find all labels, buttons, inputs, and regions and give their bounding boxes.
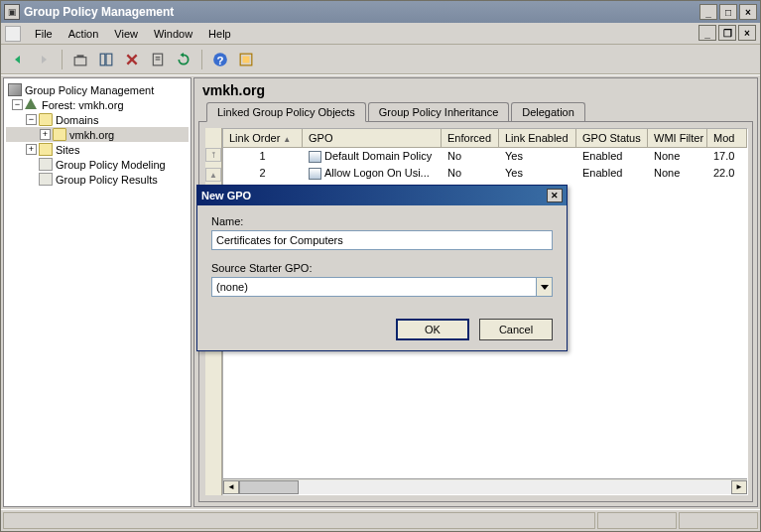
svg-rect-0 — [74, 57, 86, 65]
svg-rect-1 — [77, 55, 84, 57]
cell-status: Enabled — [576, 165, 648, 182]
toolbar-separator — [201, 50, 202, 69]
sort-asc-icon: ▲ — [283, 135, 291, 144]
status-bar — [1, 509, 760, 531]
menu-help[interactable]: Help — [200, 26, 239, 42]
horizontal-scrollbar[interactable]: ◄ ► — [223, 478, 747, 494]
menubar: File Action View Window Help _ ❐ × — [1, 23, 760, 45]
tab-linked-gpo[interactable]: Linked Group Policy Objects — [206, 102, 366, 122]
move-up-button[interactable]: ▲ — [205, 168, 221, 182]
expand-icon[interactable]: + — [26, 144, 37, 155]
mdi-icon — [5, 26, 21, 42]
col-link-enabled[interactable]: Link Enabled — [499, 129, 576, 148]
tree-root[interactable]: Group Policy Management — [6, 82, 189, 97]
svg-rect-2 — [100, 54, 105, 66]
forward-button[interactable] — [33, 49, 55, 70]
scroll-left-button[interactable]: ◄ — [223, 480, 239, 494]
col-link-order[interactable]: Link Order▲ — [223, 129, 303, 148]
table-row[interactable]: 1 Default Domain Policy No Yes Enabled N… — [223, 148, 747, 165]
col-wmi-filter[interactable]: WMI Filter — [648, 129, 707, 148]
close-button[interactable]: × — [739, 4, 757, 20]
cell-status: Enabled — [576, 148, 648, 165]
tree-modeling-label: Group Policy Modeling — [56, 159, 166, 171]
svg-rect-3 — [106, 54, 112, 66]
scroll-right-button[interactable]: ► — [731, 480, 747, 494]
tab-delegation[interactable]: Delegation — [511, 102, 585, 122]
domain-icon — [53, 128, 66, 141]
collapse-icon[interactable]: − — [12, 99, 23, 110]
minimize-button[interactable]: _ — [699, 4, 717, 20]
collapse-icon[interactable]: − — [26, 114, 37, 125]
gpm-icon — [8, 83, 22, 96]
menu-view[interactable]: View — [106, 26, 146, 42]
name-label: Name: — [211, 215, 553, 227]
col-gpo-status[interactable]: GPO Status — [576, 129, 648, 148]
results-icon — [39, 173, 53, 186]
menu-file[interactable]: File — [27, 26, 61, 42]
tree-domains-label: Domains — [56, 114, 98, 126]
col-enforced[interactable]: Enforced — [442, 129, 499, 148]
table-row[interactable]: 2 Allow Logon On Usi... No Yes Enabled N… — [223, 165, 747, 182]
ok-button[interactable]: OK — [396, 319, 469, 340]
menu-window[interactable]: Window — [146, 26, 200, 42]
options-button[interactable] — [235, 49, 257, 70]
sites-icon — [39, 143, 53, 156]
cell-wmi: None — [648, 165, 707, 182]
col-gpo[interactable]: GPO — [303, 129, 442, 148]
cell-enforced: No — [442, 165, 499, 182]
dialog-titlebar: New GPO ✕ — [197, 186, 567, 205]
menu-action[interactable]: Action — [61, 26, 107, 42]
cancel-button[interactable]: Cancel — [479, 319, 553, 340]
status-pane-2 — [679, 512, 758, 529]
delete-button[interactable] — [121, 49, 143, 70]
status-pane-1 — [597, 512, 677, 529]
mdi-close-button[interactable]: × — [738, 25, 756, 41]
refresh-button[interactable] — [173, 49, 194, 70]
toolbar-separator — [62, 50, 63, 69]
cell-mod: 22.0 — [707, 165, 747, 182]
app-icon: ▣ — [4, 4, 20, 20]
tab-inheritance[interactable]: Group Policy Inheritance — [368, 102, 509, 122]
mdi-minimize-button[interactable]: _ — [698, 25, 716, 41]
dropdown-button[interactable] — [536, 278, 552, 296]
modeling-icon — [39, 158, 53, 171]
svg-rect-10 — [243, 56, 250, 63]
tree-domain-label: vmkh.org — [69, 129, 114, 141]
toolbar: ? — [1, 45, 760, 74]
grid-header: Link Order▲ GPO Enforced Link Enabled GP… — [223, 129, 747, 148]
back-button[interactable] — [7, 49, 29, 70]
tree-modeling[interactable]: Group Policy Modeling — [6, 157, 189, 172]
svg-text:?: ? — [217, 54, 224, 66]
cell-wmi: None — [648, 148, 707, 165]
expand-icon[interactable]: + — [40, 129, 51, 140]
properties-button[interactable] — [147, 49, 169, 70]
cell-order: 2 — [223, 165, 303, 182]
up-button[interactable] — [69, 49, 91, 70]
new-gpo-dialog: New GPO ✕ Name: Source Starter GPO: (non… — [196, 185, 568, 351]
tree-root-label: Group Policy Management — [25, 84, 154, 96]
show-hide-tree-button[interactable] — [95, 49, 117, 70]
scroll-track[interactable] — [239, 480, 731, 494]
cell-gpo: Allow Logon On Usi... — [303, 165, 442, 182]
page-title: vmkh.org — [202, 82, 749, 98]
name-input[interactable] — [211, 230, 553, 250]
starter-gpo-combo[interactable]: (none) — [211, 277, 553, 297]
tree-domain-vmkh[interactable]: + vmkh.org — [6, 127, 189, 142]
tree-forest[interactable]: − Forest: vmkh.org — [6, 97, 189, 112]
status-pane-main — [3, 512, 595, 529]
tree-results[interactable]: Group Policy Results — [6, 172, 189, 187]
cell-mod: 17.0 — [707, 148, 747, 165]
scroll-thumb[interactable] — [239, 480, 299, 494]
cell-enforced: No — [442, 148, 499, 165]
gpo-link-icon — [309, 151, 321, 163]
move-top-button[interactable]: ⤒ — [205, 148, 221, 162]
help-button[interactable]: ? — [209, 49, 231, 70]
tree-sites[interactable]: + Sites — [6, 142, 189, 157]
col-modified[interactable]: Mod — [707, 129, 747, 148]
maximize-button[interactable]: □ — [719, 4, 737, 20]
folder-icon — [39, 113, 53, 126]
tree-panel[interactable]: Group Policy Management − Forest: vmkh.o… — [3, 77, 191, 507]
dialog-close-button[interactable]: ✕ — [547, 189, 563, 202]
mdi-restore-button[interactable]: ❐ — [718, 25, 736, 41]
tree-domains[interactable]: − Domains — [6, 112, 189, 127]
